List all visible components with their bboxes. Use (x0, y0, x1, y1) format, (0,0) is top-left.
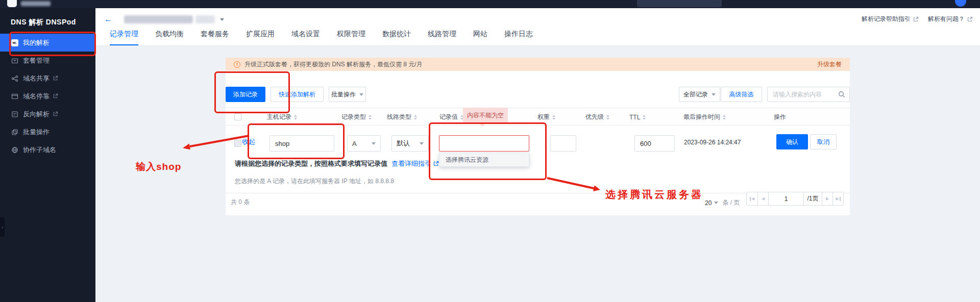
record-filter-dropdown[interactable]: 全部记录 (679, 87, 720, 102)
batch-operation-button[interactable]: 批量操作 (329, 87, 366, 102)
external-link-icon (967, 16, 973, 22)
host-record-input[interactable] (270, 135, 334, 152)
record-management-panel: 添加记录 快速添加解析 批量操作 全部记录 高级筛选 主机记录 记录类型 线路类… (226, 71, 850, 215)
sidebar-item-reverse-dns[interactable]: 反向解析 (0, 105, 95, 123)
external-link-icon (53, 111, 58, 117)
col-header-weight[interactable]: 权重 (537, 108, 555, 126)
topbar-search-input[interactable] (637, 0, 722, 7)
sidebar-item-package-management[interactable]: 套餐管理 (0, 52, 95, 69)
view-detailed-guide-link[interactable]: 查看详细指引 (391, 159, 439, 168)
cancel-button[interactable]: 取消 (810, 134, 837, 149)
user-avatar[interactable] (955, 0, 966, 7)
record-type-select[interactable]: A (347, 135, 381, 152)
select-tencent-cloud-resource-option[interactable]: 选择腾讯云资源 (439, 156, 488, 164)
col-header-record-value[interactable]: 记录值 (439, 108, 463, 126)
advanced-filter-button[interactable]: 高级筛选 (721, 87, 762, 102)
notice-text: 升级正式版套餐，获得更极致的 DNS 解析服务，最低仅需 8 元/月 (244, 60, 423, 69)
external-link-icon (53, 93, 58, 99)
record-value-input[interactable] (439, 135, 529, 152)
domain-suffix-blurred[interactable] (195, 15, 215, 23)
record-search-input[interactable] (768, 87, 849, 102)
tab-domain-settings[interactable]: 域名设置 (291, 30, 320, 45)
tab-data-statistics[interactable]: 数据统计 (382, 30, 411, 45)
col-header-record-type[interactable]: 记录类型 (341, 108, 372, 126)
back-arrow-icon[interactable]: ← (104, 15, 112, 24)
previous-page-button[interactable]: ◀ (757, 192, 768, 205)
quick-add-button[interactable]: 快速添加解析 (271, 87, 324, 102)
col-header-line-type[interactable]: 线路类型 (387, 108, 417, 126)
search-icon[interactable] (838, 91, 845, 100)
tab-package-services[interactable]: 套餐服务 (201, 30, 229, 45)
info-icon: ! (234, 61, 240, 68)
line-type-select[interactable]: 默认 (391, 135, 429, 152)
tab-website[interactable]: 网站 (473, 30, 487, 45)
record-edit-row: 收起 A 默认 选择腾讯云资源 2023-09-26 14:24:47 确认 取… (226, 125, 850, 159)
line-type-value: 默认 (397, 139, 410, 148)
col-header-host[interactable]: 主机记录 (267, 108, 297, 126)
last-page-button[interactable]: ▶ (832, 192, 843, 205)
tab-operation-log[interactable]: 操作日志 (504, 30, 533, 45)
add-record-button[interactable]: 添加记录 (226, 87, 265, 102)
tab-permission-management[interactable]: 权限管理 (337, 30, 365, 45)
sidebar-item-label: 我的解析 (23, 38, 50, 47)
help-guide-link[interactable]: 解析记录帮助指引 (862, 15, 919, 23)
col-header-last-operated[interactable]: 最后操作时间 (683, 108, 726, 126)
page-size-select[interactable]: 20 条 / 页 (705, 198, 740, 207)
external-link-icon (53, 76, 58, 81)
tab-extended-apps[interactable]: 扩展应用 (246, 30, 275, 45)
sort-icon[interactable] (369, 115, 372, 120)
sort-icon[interactable] (723, 115, 726, 120)
select-all-checkbox[interactable] (234, 113, 241, 120)
tencent-cloud-logo-icon (7, 0, 17, 7)
dnspod-console: DNS 解析 DNSPod w. 我的解析 套餐管理 域名共享 (0, 0, 980, 302)
record-value-suggest-panel: 选择腾讯云资源 (439, 153, 529, 167)
upgrade-package-link[interactable]: 升级套餐 (817, 60, 842, 69)
confirm-button[interactable]: 确认 (776, 134, 808, 149)
record-value-help-text: 请根据您选择的记录类型，按照格式要求填写记录值 (235, 159, 387, 168)
annotation-text-select-server: 选择腾讯云服务器 (605, 188, 703, 202)
record-filter-label: 全部记录 (683, 90, 708, 99)
caret-down-icon (372, 142, 376, 145)
sidebar-title: DNS 解析 DNSPod (0, 8, 95, 27)
upgrade-notice-banner: ! 升级正式版套餐，获得更极致的 DNS 解析服务，最低仅需 8 元/月 升级套… (226, 58, 850, 71)
sidebar-item-my-dns[interactable]: w. 我的解析 (0, 34, 95, 52)
collapse-row-link[interactable]: 收起 (242, 137, 255, 146)
col-header-ttl[interactable]: TTL (629, 108, 646, 126)
sidebar-item-label: 反向解析 (23, 110, 50, 119)
col-header-priority[interactable]: 优先级 (585, 108, 609, 126)
sort-icon[interactable] (643, 115, 646, 120)
sidebar-item-domain-sharing[interactable]: 域名共享 (0, 69, 95, 87)
sidebar-item-label: 域名停靠 (23, 92, 50, 101)
ttl-input[interactable] (634, 135, 675, 152)
help-question-link[interactable]: 解析有问题？ (928, 15, 973, 23)
page-number-input[interactable] (769, 192, 803, 205)
share-icon (11, 74, 18, 82)
sidebar-item-collaborative-subdomain[interactable]: 协作子域名 (0, 141, 95, 159)
tab-load-balancing[interactable]: 负载均衡 (155, 30, 184, 45)
tab-record-management[interactable]: 记录管理 (110, 30, 138, 45)
validation-tooltip: 内容不能为空 (463, 108, 508, 123)
weight-input[interactable] (550, 135, 576, 152)
sidebar-collapse-handle[interactable]: › (0, 217, 5, 237)
domain-name-blurred[interactable] (124, 15, 193, 23)
domain-switch-caret-icon[interactable] (220, 18, 224, 21)
tooltip-caret (479, 123, 486, 127)
caret-down-icon (712, 93, 716, 96)
header-help-links: 解析记录帮助指引 解析有问题？ (862, 15, 973, 23)
sort-icon[interactable] (294, 115, 297, 120)
next-page-button[interactable]: ▶ (822, 192, 832, 205)
sidebar-item-domain-parking[interactable]: 域名停靠 (0, 87, 95, 105)
dns-parse-icon: w. (11, 39, 18, 46)
tab-line-management[interactable]: 线路管理 (428, 30, 456, 45)
annotation-text-input-shop: 输入shop (136, 160, 181, 173)
page-size-unit: 条 / 页 (722, 198, 740, 207)
sort-icon[interactable] (606, 115, 609, 120)
sidebar-item-batch-operations[interactable]: 批量操作 (0, 123, 95, 141)
sort-icon[interactable] (552, 115, 555, 120)
window-icon (11, 92, 18, 100)
top-nav-bar (0, 0, 980, 8)
sort-icon[interactable] (414, 115, 417, 120)
row-checkbox[interactable] (234, 140, 241, 147)
first-page-button[interactable]: ◀ (747, 192, 757, 205)
table-header-row: 主机记录 记录类型 线路类型 记录值 权重 优先级 TTL 最后操作时间 操作 (226, 108, 850, 125)
